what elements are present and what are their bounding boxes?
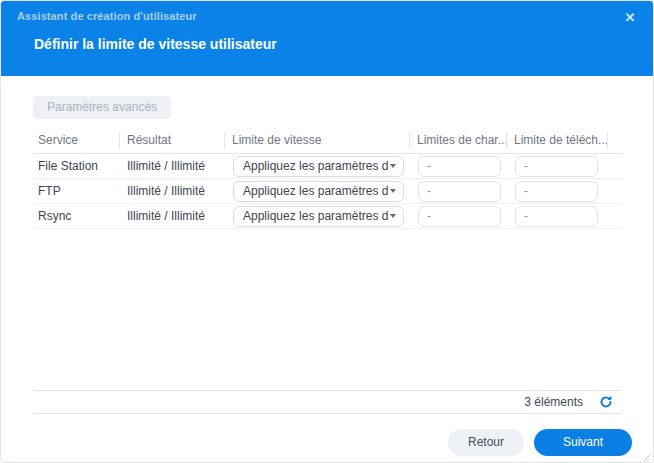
table-header-row: Service Résultat Limite de vitesse Limit…: [33, 127, 623, 154]
column-header-speed-limit[interactable]: Limite de vitesse: [225, 132, 410, 149]
column-header-download-limit[interactable]: Limite de téléch...: [507, 132, 608, 149]
item-count: 3 éléments: [524, 395, 583, 409]
service-name: Rsync: [33, 209, 120, 223]
next-button[interactable]: Suivant: [534, 429, 632, 456]
speed-limit-dropdown[interactable]: Appliquez les paramètres de g...: [233, 206, 404, 227]
advanced-settings-button[interactable]: Paramètres avancés: [33, 96, 171, 119]
titlebar: Assistant de création d'utilisateur: [1, 1, 653, 31]
column-header-result[interactable]: Résultat: [120, 132, 225, 149]
column-header-filler: [608, 132, 623, 149]
resize-grip-icon[interactable]: [642, 451, 651, 460]
speed-limit-dropdown-value: Appliquez les paramètres de g...: [243, 159, 388, 173]
service-name: FTP: [33, 184, 120, 198]
upload-limit-input[interactable]: [418, 156, 501, 177]
table-row[interactable]: Rsync Illimité / Illimité Appliquez les …: [33, 204, 623, 229]
window-title: Assistant de création d'utilisateur: [17, 10, 197, 22]
download-limit-input[interactable]: [515, 206, 598, 227]
chevron-down-icon: [390, 189, 396, 193]
refresh-icon[interactable]: [599, 395, 613, 409]
upload-limit-input[interactable]: [418, 181, 501, 202]
speed-limit-dropdown-value: Appliquez les paramètres de g...: [243, 209, 388, 223]
download-limit-input[interactable]: [515, 156, 598, 177]
user-creation-wizard-dialog: Assistant de création d'utilisateur ✕ Dé…: [0, 0, 654, 463]
result-value: Illimité / Illimité: [120, 209, 225, 223]
download-limit-input[interactable]: [515, 181, 598, 202]
speed-limit-table: Service Résultat Limite de vitesse Limit…: [33, 127, 623, 229]
speed-limit-dropdown[interactable]: Appliquez les paramètres de g...: [233, 156, 404, 177]
upload-limit-input[interactable]: [418, 206, 501, 227]
chevron-down-icon: [390, 214, 396, 218]
table-footer-bar: 3 éléments: [33, 390, 621, 414]
service-name: File Station: [33, 159, 120, 173]
speed-limit-dropdown[interactable]: Appliquez les paramètres de g...: [233, 181, 404, 202]
column-header-upload-limit[interactable]: Limites de char...: [410, 132, 507, 149]
close-icon[interactable]: ✕: [621, 8, 639, 26]
result-value: Illimité / Illimité: [120, 184, 225, 198]
table-row[interactable]: File Station Illimité / Illimité Appliqu…: [33, 154, 623, 179]
page-title: Définir la limite de vitesse utilisateur: [1, 31, 653, 52]
back-button[interactable]: Retour: [448, 429, 524, 456]
column-header-service[interactable]: Service: [33, 132, 120, 149]
dialog-header: Assistant de création d'utilisateur ✕ Dé…: [1, 1, 653, 76]
result-value: Illimité / Illimité: [120, 159, 225, 173]
dialog-footer: Retour Suivant: [1, 422, 653, 462]
table-row[interactable]: FTP Illimité / Illimité Appliquez les pa…: [33, 179, 623, 204]
chevron-down-icon: [390, 164, 396, 168]
speed-limit-dropdown-value: Appliquez les paramètres de g...: [243, 184, 388, 198]
